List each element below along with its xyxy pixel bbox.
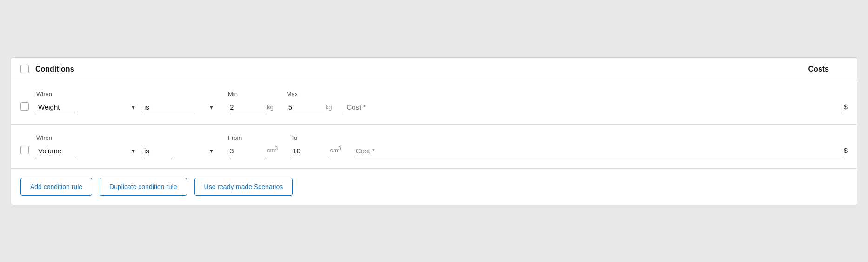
rule-volume-row: When Weight Volume Price ▼	[20, 134, 848, 157]
rule-weight-fields: When Weight Volume Price ▼	[36, 91, 848, 113]
rule-weight-row: When Weight Volume Price ▼	[20, 91, 848, 113]
cost-weight-input[interactable]	[345, 101, 841, 113]
when-volume-group: When Weight Volume Price ▼	[36, 134, 139, 157]
to-volume-input-row: cm3	[291, 145, 350, 157]
footer-row: Add condition rule Duplicate condition r…	[11, 169, 857, 205]
cost-volume-row: $	[354, 145, 848, 157]
when-volume-select-wrapper: Weight Volume Price ▼	[36, 145, 139, 157]
currency-weight: $	[844, 103, 848, 113]
rule-weight-section: When Weight Volume Price ▼	[11, 81, 857, 125]
when-weight-arrow-icon: ▼	[131, 105, 136, 110]
is-volume-group: is is not ▼	[142, 134, 217, 157]
duplicate-condition-rule-button[interactable]: Duplicate condition rule	[100, 178, 187, 196]
rule-weight-checkbox-col	[20, 102, 36, 113]
when-weight-group: When Weight Volume Price ▼	[36, 91, 139, 113]
is-volume-select[interactable]: is is not	[142, 145, 174, 157]
min-weight-group: Min kg	[228, 91, 283, 113]
cost-weight-group: $	[345, 91, 848, 113]
to-volume-unit: cm3	[330, 145, 341, 157]
to-volume-input[interactable]	[291, 145, 328, 157]
max-weight-unit: kg	[326, 104, 332, 113]
cost-volume-group: $	[354, 134, 848, 157]
from-volume-input-row: cm3	[228, 145, 287, 157]
from-volume-group: From cm3	[228, 134, 287, 157]
rule-weight-checkbox[interactable]	[20, 102, 29, 111]
max-weight-label: Max	[287, 91, 341, 98]
currency-volume: $	[844, 146, 848, 157]
max-weight-group: Max kg	[287, 91, 341, 113]
conditions-title: Conditions	[35, 65, 74, 73]
from-volume-input[interactable]	[228, 145, 265, 157]
when-weight-select[interactable]: Weight Volume Price	[36, 101, 75, 113]
use-ready-made-scenarios-button[interactable]: Use ready-made Scenarios	[194, 178, 293, 196]
cost-weight-row: $	[345, 101, 848, 113]
is-volume-select-wrapper: is is not ▼	[142, 145, 217, 157]
from-volume-unit: cm3	[267, 145, 278, 157]
cost-volume-label	[354, 134, 848, 141]
min-weight-label: Min	[228, 91, 283, 98]
cost-weight-label	[345, 91, 848, 98]
when-volume-select[interactable]: Weight Volume Price	[36, 145, 75, 157]
cost-volume-input[interactable]	[354, 145, 842, 157]
max-weight-input[interactable]	[287, 101, 324, 113]
costs-title: Costs	[808, 65, 848, 73]
add-condition-rule-button[interactable]: Add condition rule	[20, 178, 92, 196]
header-left: Conditions	[20, 65, 74, 73]
to-volume-label: To	[291, 134, 350, 141]
when-volume-arrow-icon: ▼	[131, 148, 136, 154]
is-weight-label	[142, 91, 217, 98]
is-weight-select[interactable]: is is not greater than	[142, 101, 195, 113]
max-weight-input-row: kg	[287, 101, 341, 113]
is-volume-arrow-icon: ▼	[209, 148, 214, 154]
when-weight-label: When	[36, 91, 139, 98]
rule-volume-checkbox-col	[20, 146, 36, 157]
rule-volume-fields: When Weight Volume Price ▼	[36, 134, 848, 157]
is-volume-label	[142, 134, 217, 141]
is-weight-select-wrapper: is is not greater than ▼	[142, 101, 217, 113]
main-container: Conditions Costs When Weight Volume Pric…	[11, 57, 857, 205]
header-checkbox[interactable]	[20, 65, 29, 73]
rule-volume-section: When Weight Volume Price ▼	[11, 125, 857, 169]
min-weight-unit: kg	[267, 104, 274, 113]
header-row: Conditions Costs	[11, 58, 857, 81]
to-volume-group: To cm3	[291, 134, 350, 157]
is-weight-arrow-icon: ▼	[209, 105, 214, 110]
from-volume-label: From	[228, 134, 287, 141]
when-weight-select-wrapper: Weight Volume Price ▼	[36, 101, 139, 113]
is-weight-group: is is not greater than ▼	[142, 91, 217, 113]
min-weight-input-row: kg	[228, 101, 283, 113]
rule-volume-checkbox[interactable]	[20, 146, 29, 154]
min-weight-input[interactable]	[228, 101, 265, 113]
when-volume-label: When	[36, 134, 139, 141]
